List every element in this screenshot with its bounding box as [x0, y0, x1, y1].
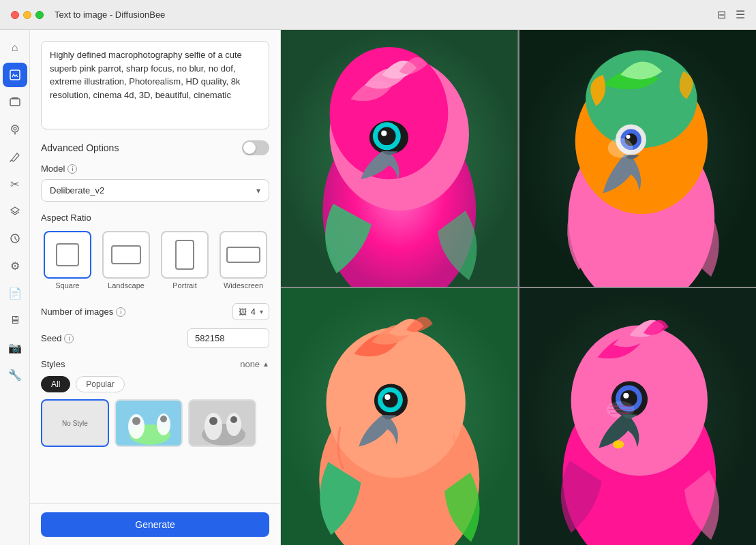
- menu-icon[interactable]: ☰: [736, 8, 745, 21]
- style-thumb-none[interactable]: No Style: [41, 399, 109, 447]
- seed-row: Seed i: [41, 328, 269, 348]
- sidebar-item-settings[interactable]: ⚙: [3, 253, 27, 278]
- svg-rect-1: [10, 99, 20, 106]
- style-thumb-2[interactable]: [188, 399, 256, 447]
- advanced-options-row: Advanced Options: [41, 140, 269, 155]
- seed-label: Seed i: [41, 333, 74, 343]
- svg-point-33: [626, 135, 630, 139]
- styles-title: Styles: [41, 359, 65, 369]
- toggle-knob: [243, 142, 256, 154]
- image-cell-4: [519, 288, 757, 545]
- svg-point-3: [12, 125, 18, 132]
- sidebar-item-file[interactable]: 📄: [3, 281, 27, 305]
- styles-current-value: none: [240, 359, 260, 369]
- sidebar-item-history[interactable]: [3, 226, 27, 251]
- aspect-ratio-landscape[interactable]: Landscape: [100, 228, 153, 292]
- portrait-label: Portrait: [172, 281, 196, 290]
- svg-point-34: [607, 138, 633, 158]
- title-bar-right: ⊟ ☰: [717, 8, 745, 21]
- number-of-images-row: Number of images i 🖼 4 ▾: [41, 303, 269, 320]
- minimize-button[interactable]: [23, 11, 31, 19]
- sidebar-item-monitor[interactable]: 🖥: [3, 308, 27, 332]
- generate-button[interactable]: Generate: [41, 512, 269, 537]
- main-layout: ⌂ ✂: [0, 30, 756, 545]
- sidebar-item-camera[interactable]: 📷: [3, 335, 27, 360]
- svg-point-50: [612, 440, 623, 448]
- aspect-ratio-options: Square Landscape Portrait: [41, 228, 269, 292]
- model-label: Model i: [41, 164, 269, 174]
- num-images-info-icon[interactable]: i: [116, 307, 125, 317]
- app-title: Text to image - DiffusionBee: [55, 10, 165, 20]
- icon-sidebar: ⌂ ✂: [0, 30, 30, 545]
- sidebar-item-home[interactable]: ⌂: [3, 35, 27, 60]
- svg-point-48: [623, 393, 629, 399]
- svg-point-24: [378, 127, 396, 146]
- image-cell-1: [281, 30, 518, 287]
- svg-point-25: [381, 131, 387, 136]
- styles-header: Styles none ▲: [41, 359, 269, 369]
- sidebar-item-paint[interactable]: [3, 117, 27, 142]
- prompt-input[interactable]: Highly defined macrophotography selfie o…: [41, 41, 269, 129]
- style-filter-all[interactable]: All: [41, 376, 70, 392]
- svg-point-41: [384, 394, 390, 400]
- sidebar-item-text-to-image[interactable]: [3, 63, 27, 87]
- traffic-lights: [11, 11, 44, 19]
- aspect-ratio-widescreen[interactable]: Widescreen: [217, 228, 270, 292]
- advanced-options-toggle[interactable]: [242, 140, 269, 155]
- sidebar-item-crop[interactable]: ✂: [3, 172, 27, 196]
- styles-grid: No Style: [41, 399, 269, 447]
- aspect-ratio-portrait[interactable]: Portrait: [158, 228, 211, 292]
- svg-point-4: [14, 127, 16, 130]
- sidebar-item-layers[interactable]: [3, 199, 27, 223]
- portrait-box[interactable]: [161, 231, 209, 279]
- svg-rect-2: [12, 97, 18, 99]
- advanced-options-label: Advanced Options: [41, 142, 119, 153]
- images-icon: 🖼: [239, 307, 247, 317]
- model-select[interactable]: Deliberate_v2 ▾: [41, 179, 269, 202]
- close-button[interactable]: [11, 11, 19, 19]
- number-of-images-label: Number of images i: [41, 307, 125, 317]
- styles-filter-row: All Popular: [41, 376, 269, 392]
- portrait-inner: [175, 240, 194, 270]
- aspect-ratio-section: Aspect Ratio Square Landscape: [41, 213, 269, 292]
- stack-icon[interactable]: ⊟: [717, 8, 726, 21]
- left-panel: Highly defined macrophotography selfie o…: [30, 30, 281, 545]
- svg-point-40: [382, 392, 397, 407]
- widescreen-label: Widescreen: [224, 281, 263, 290]
- widescreen-box[interactable]: [220, 231, 267, 279]
- maximize-button[interactable]: [35, 11, 44, 19]
- num-images-chevron-icon: ▾: [260, 308, 263, 315]
- sidebar-item-tool[interactable]: 🔧: [3, 362, 27, 387]
- square-label: Square: [55, 281, 79, 290]
- widescreen-inner: [226, 247, 260, 263]
- number-of-images-control[interactable]: 🖼 4 ▾: [232, 303, 269, 320]
- landscape-box[interactable]: [102, 231, 150, 279]
- model-info-icon[interactable]: i: [67, 164, 77, 174]
- sidebar-item-gallery[interactable]: [3, 90, 27, 114]
- landscape-inner: [111, 245, 141, 264]
- title-bar-left: Text to image - DiffusionBee: [11, 10, 165, 20]
- svg-rect-0: [10, 70, 20, 80]
- sidebar-item-brush[interactable]: [3, 144, 27, 169]
- styles-chevron-icon: ▲: [262, 360, 269, 368]
- aspect-ratio-square[interactable]: Square: [41, 228, 94, 292]
- svg-point-10: [132, 417, 140, 425]
- svg-point-11: [160, 416, 167, 422]
- landscape-label: Landscape: [108, 281, 145, 290]
- style-filter-popular[interactable]: Popular: [76, 376, 124, 392]
- seed-input[interactable]: [187, 328, 269, 348]
- style-thumb-1[interactable]: [115, 399, 183, 447]
- svg-point-17: [230, 416, 237, 423]
- styles-header-right: none ▲: [240, 359, 269, 369]
- image-cell-3: [281, 288, 518, 545]
- model-value: Deliberate_v2: [50, 185, 104, 196]
- svg-point-16: [209, 417, 217, 425]
- square-box[interactable]: [44, 231, 91, 279]
- image-cell-2: [519, 30, 757, 287]
- model-chevron-icon: ▾: [256, 186, 260, 196]
- image-grid: [281, 30, 756, 545]
- seed-info-icon[interactable]: i: [64, 334, 74, 343]
- title-bar: Text to image - DiffusionBee ⊟ ☰: [0, 0, 756, 30]
- num-images-value: 4: [251, 307, 256, 317]
- square-inner: [56, 243, 79, 266]
